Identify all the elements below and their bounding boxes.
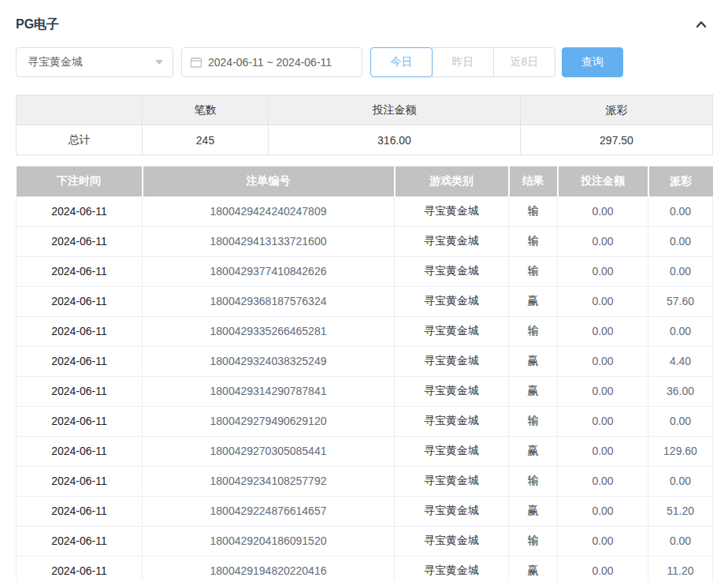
header-bet-time: 下注时间 [17, 166, 143, 196]
bet-amount-cell: 0.00 [558, 376, 648, 406]
game-type-cell: 寻宝黄金城 [395, 466, 509, 496]
summary-total-payout: 297.50 [521, 125, 713, 155]
payout-cell: 51.20 [648, 496, 713, 526]
payout-cell: 0.00 [648, 466, 713, 496]
order-id-cell: 1800429377410842626 [143, 256, 395, 286]
order-id-cell: 1800429368187576324 [143, 286, 395, 316]
order-id-cell: 1800429224876614657 [143, 496, 395, 526]
chevron-down-icon [155, 60, 163, 65]
bet-table-body: 2024-06-111800429424240247809寻宝黄金城输0.000… [17, 196, 713, 581]
table-row: 2024-06-111800429368187576324寻宝黄金城赢0.005… [17, 286, 713, 316]
bet-amount-cell: 0.00 [558, 466, 648, 496]
result-cell: 输 [509, 196, 558, 226]
yesterday-button[interactable]: 昨日 [432, 47, 494, 77]
table-row: 2024-06-111800429413133721600寻宝黄金城输0.000… [17, 226, 713, 256]
order-id-cell: 1800429204186091520 [143, 526, 395, 556]
table-row: 2024-06-111800429314290787841寻宝黄金城赢0.003… [17, 376, 713, 406]
collapse-button[interactable] [692, 15, 711, 34]
result-cell: 赢 [509, 376, 558, 406]
summary-total-label: 总计 [17, 125, 143, 155]
query-button[interactable]: 查询 [562, 47, 623, 77]
table-row: 2024-06-111800429270305085441寻宝黄金城赢0.001… [17, 436, 713, 466]
table-row: 2024-06-111800429204186091520寻宝黄金城输0.000… [17, 526, 713, 556]
table-row: 2024-06-111800429279490629120寻宝黄金城输0.000… [17, 406, 713, 436]
order-id-cell: 1800429424240247809 [143, 196, 395, 226]
payout-cell: 11.20 [648, 556, 713, 581]
payout-cell: 0.00 [648, 196, 713, 226]
game-type-cell: 寻宝黄金城 [395, 376, 509, 406]
payout-cell: 129.60 [648, 436, 713, 466]
game-type-cell: 寻宝黄金城 [395, 196, 509, 226]
chevron-up-icon [694, 17, 708, 32]
summary-header-payout: 派彩 [521, 95, 713, 125]
bet-time-cell: 2024-06-11 [17, 466, 143, 496]
page-title: PG电子 [16, 17, 59, 33]
summary-total-bet-amount: 316.00 [269, 125, 521, 155]
summary-header-bet-amount: 投注金额 [269, 95, 521, 125]
bet-time-cell: 2024-06-11 [17, 286, 143, 316]
result-cell: 输 [509, 406, 558, 436]
header-game-type: 游戏类别 [395, 166, 509, 196]
bet-time-cell: 2024-06-11 [17, 316, 143, 346]
table-row: 2024-06-111800429324038325249寻宝黄金城赢0.004… [17, 346, 713, 376]
header-result: 结果 [509, 166, 558, 196]
bet-time-cell: 2024-06-11 [17, 526, 143, 556]
date-range-value: 2024-06-11 ~ 2024-06-11 [208, 56, 332, 69]
bet-time-cell: 2024-06-11 [17, 346, 143, 376]
result-cell: 赢 [509, 346, 558, 376]
header-order-id: 注单编号 [143, 166, 395, 196]
order-id-cell: 1800429234108257792 [143, 466, 395, 496]
date-range-input[interactable]: 2024-06-11 ~ 2024-06-11 [181, 47, 362, 77]
bet-amount-cell: 0.00 [558, 406, 648, 436]
bet-amount-cell: 0.00 [558, 526, 648, 556]
game-type-cell: 寻宝黄金城 [395, 496, 509, 526]
game-type-cell: 寻宝黄金城 [395, 436, 509, 466]
payout-cell: 36.00 [648, 376, 713, 406]
game-type-cell: 寻宝黄金城 [395, 226, 509, 256]
filter-bar: 寻宝黄金城 2024-06-11 ~ 2024-06-11 今日昨日近8日 查询 [16, 47, 712, 77]
payout-cell: 0.00 [648, 526, 713, 556]
bet-amount-cell: 0.00 [558, 496, 648, 526]
game-type-cell: 寻宝黄金城 [395, 406, 509, 436]
header-bet-amount: 投注金额 [558, 166, 648, 196]
quick-range-group: 今日昨日近8日 [370, 47, 555, 77]
table-row: 2024-06-111800429194820220416寻宝黄金城赢0.001… [17, 556, 713, 581]
bet-amount-cell: 0.00 [558, 556, 648, 581]
result-cell: 输 [509, 316, 558, 346]
result-cell: 赢 [509, 556, 558, 581]
result-cell: 输 [509, 226, 558, 256]
table-row: 2024-06-111800429335266465281寻宝黄金城输0.000… [17, 316, 713, 346]
bet-table-header-row: 下注时间 注单编号 游戏类别 结果 投注金额 派彩 [17, 166, 713, 196]
bet-time-cell: 2024-06-11 [17, 496, 143, 526]
result-cell: 赢 [509, 496, 558, 526]
order-id-cell: 1800429194820220416 [143, 556, 395, 581]
order-id-cell: 1800429279490629120 [143, 406, 395, 436]
order-id-cell: 1800429413133721600 [143, 226, 395, 256]
today-button[interactable]: 今日 [370, 47, 433, 77]
summary-total-row: 总计 245 316.00 297.50 [17, 125, 713, 155]
order-id-cell: 1800429324038325249 [143, 346, 395, 376]
payout-cell: 0.00 [648, 226, 713, 256]
summary-header-row: 笔数 投注金额 派彩 [17, 95, 713, 125]
summary-total-count: 245 [143, 125, 269, 155]
result-cell: 赢 [509, 436, 558, 466]
pg-games-panel: PG电子 寻宝黄金城 2024-06-11 ~ 2024- [0, 0, 728, 581]
result-cell: 输 [509, 256, 558, 286]
panel-header: PG电子 [16, 11, 712, 38]
bet-time-cell: 2024-06-11 [17, 226, 143, 256]
table-row: 2024-06-111800429234108257792寻宝黄金城输0.000… [17, 466, 713, 496]
bet-time-cell: 2024-06-11 [17, 256, 143, 286]
game-select[interactable]: 寻宝黄金城 [16, 47, 173, 77]
calendar-icon [190, 56, 208, 69]
game-type-cell: 寻宝黄金城 [395, 286, 509, 316]
summary-table: 笔数 投注金额 派彩 总计 245 316.00 297.50 [16, 95, 713, 155]
order-id-cell: 1800429314290787841 [143, 376, 395, 406]
game-type-cell: 寻宝黄金城 [395, 346, 509, 376]
bet-time-cell: 2024-06-11 [17, 376, 143, 406]
result-cell: 输 [509, 466, 558, 496]
table-row: 2024-06-111800429224876614657寻宝黄金城赢0.005… [17, 496, 713, 526]
game-type-cell: 寻宝黄金城 [395, 256, 509, 286]
last8days-button[interactable]: 近8日 [493, 47, 555, 77]
result-cell: 输 [509, 526, 558, 556]
payout-cell: 0.00 [648, 316, 713, 346]
